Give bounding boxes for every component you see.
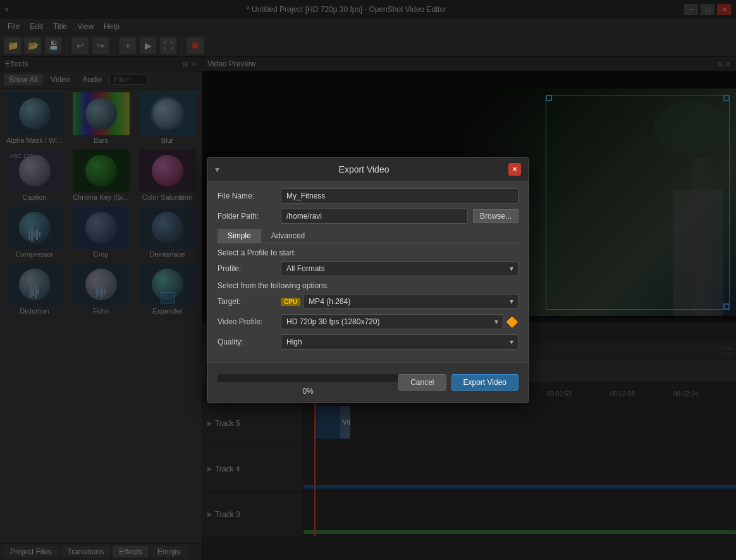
file-name-label: File Name: [218,192,281,200]
profile-row: Profile: All Formats [218,261,518,276]
target-select-wrapper: MP4 (h.264) [303,294,518,309]
modal-overlay: ▾ Export Video ✕ File Name: Folder Path:… [0,0,736,560]
folder-path-label: Folder Path: [218,212,281,221]
cancel-button[interactable]: Cancel [398,374,446,391]
target-row: Target: CPU MP4 (h.264) [218,294,518,309]
export-dialog: ▾ Export Video ✕ File Name: Folder Path:… [207,157,529,403]
video-profile-label: Video Profile: [218,317,281,326]
progress-text: 0% [218,387,398,396]
file-name-row: File Name: [218,188,518,204]
video-profile-row: Video Profile: HD 720p 30 fps (1280x720)… [218,314,518,329]
tab-advanced[interactable]: Advanced [261,229,315,243]
tab-simple[interactable]: Simple [218,229,261,243]
progress-bar-container [218,374,398,382]
target-select[interactable]: MP4 (h.264) [303,294,518,309]
browse-button[interactable]: Browse... [473,209,518,223]
folder-path-input[interactable] [281,209,468,224]
profile-section-title: Select a Profile to start: [218,248,518,257]
video-profile-select[interactable]: HD 720p 30 fps (1280x720) [281,314,503,329]
footer-progress: 0% [218,369,398,396]
cpu-badge: CPU [281,298,300,306]
profile-label: Profile: [218,264,281,273]
dialog-tabs: Simple Advanced [218,229,518,243]
dialog-body: File Name: Folder Path: Browse... Simple… [207,181,529,362]
target-wrapper: CPU MP4 (h.264) [281,294,518,309]
video-profile-select-wrapper: HD 720p 30 fps (1280x720) [281,314,503,329]
quality-select-wrapper: High [281,334,518,350]
dialog-header: ▾ Export Video ✕ [207,158,529,181]
dialog-footer: 0% Cancel Export Video [207,362,529,402]
dialog-title: Export Video [219,164,508,174]
quality-select[interactable]: High [281,334,518,350]
target-label: Target: [218,297,281,306]
profile-select-wrapper: All Formats [281,261,518,276]
file-name-input[interactable] [281,188,518,204]
footer-buttons: Cancel Export Video [398,374,518,391]
quality-label: Quality: [218,338,281,346]
export-video-button[interactable]: Export Video [451,374,519,391]
profile-select[interactable]: All Formats [281,261,518,276]
folder-path-row: Folder Path: Browse... [218,209,518,224]
video-profile-icon: 🔶 [506,316,518,328]
dialog-close-button[interactable]: ✕ [508,163,521,176]
options-section-title: Select from the following options: [218,281,518,290]
quality-row: Quality: High [218,334,518,350]
dialog-collapse-icon[interactable]: ▾ [215,164,219,174]
